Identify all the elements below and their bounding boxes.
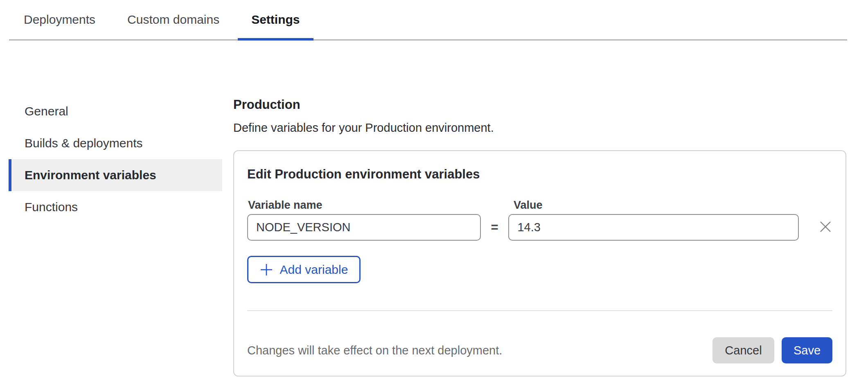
card-footer: Changes will take effect on the next dep… <box>247 337 832 363</box>
add-variable-button[interactable]: Add variable <box>247 256 361 283</box>
variable-name-label: Variable name <box>248 199 322 211</box>
variable-value-input[interactable] <box>508 214 799 241</box>
plus-icon <box>260 263 273 276</box>
environment-variables-card: Edit Production environment variables Va… <box>233 150 846 377</box>
save-button[interactable]: Save <box>782 337 832 363</box>
tab-settings[interactable]: Settings <box>238 0 313 39</box>
cancel-button[interactable]: Cancel <box>712 337 774 363</box>
sidebar-item-builds-deployments[interactable]: Builds & deployments <box>9 127 222 159</box>
project-tabbar: Deployments Custom domains Settings <box>9 0 847 41</box>
section-description: Define variables for your Production env… <box>233 122 846 134</box>
sidebar-item-environment-variables[interactable]: Environment variables <box>9 159 222 191</box>
section-title: Production <box>233 98 846 111</box>
settings-sidenav: General Builds & deployments Environment… <box>9 95 222 223</box>
field-labels-row: Variable name Value <box>247 200 832 211</box>
card-title: Edit Production environment variables <box>247 168 832 180</box>
value-label: Value <box>514 199 543 211</box>
tab-custom-domains[interactable]: Custom domains <box>114 0 233 39</box>
deployment-note: Changes will take effect on the next dep… <box>247 345 502 356</box>
variable-row: = <box>247 214 832 241</box>
variable-name-input[interactable] <box>247 214 481 241</box>
footer-actions: Cancel Save <box>712 337 832 363</box>
add-variable-label: Add variable <box>280 263 348 277</box>
sidebar-item-functions[interactable]: Functions <box>9 191 222 223</box>
close-icon <box>819 221 832 234</box>
tab-deployments[interactable]: Deployments <box>10 0 109 39</box>
card-divider <box>247 310 832 311</box>
remove-variable-button[interactable] <box>818 214 832 241</box>
settings-main-panel: Production Define variables for your Pro… <box>233 93 846 377</box>
equals-sign: = <box>481 220 508 235</box>
sidebar-item-general[interactable]: General <box>9 95 222 127</box>
